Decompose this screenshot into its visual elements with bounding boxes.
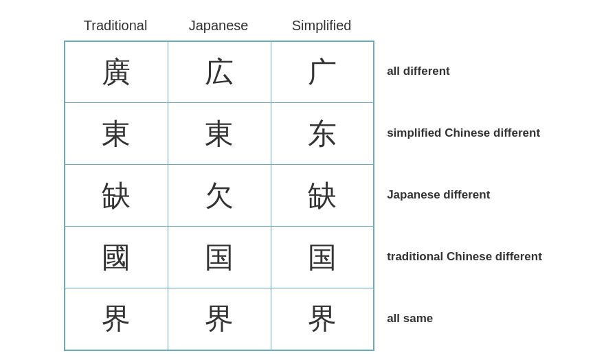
- table-row: 國国国: [65, 227, 374, 288]
- cell-simplified: 东: [271, 103, 374, 165]
- cell-japanese: 広: [168, 41, 271, 103]
- cell-traditional: 缺: [65, 165, 168, 227]
- row-label: all different: [387, 41, 542, 102]
- cell-japanese: 界: [168, 288, 271, 350]
- cell-traditional: 廣: [65, 41, 168, 103]
- row-label: traditional Chinese different: [387, 226, 542, 288]
- header-japanese: Japanese: [167, 14, 270, 38]
- cell-simplified: 界: [271, 288, 374, 350]
- column-headers: Traditional Japanese Simplified: [64, 14, 373, 38]
- row-label: Japanese different: [387, 164, 542, 226]
- cell-japanese: 東: [168, 103, 271, 165]
- row-labels: all differentsimplified Chinese differen…: [387, 41, 542, 350]
- table-row: 缺欠缺: [65, 165, 374, 227]
- cell-simplified: 缺: [271, 165, 374, 227]
- header-traditional: Traditional: [64, 14, 167, 38]
- cell-traditional: 東: [65, 103, 168, 165]
- row-label: all same: [387, 288, 542, 350]
- cell-simplified: 广: [271, 41, 374, 103]
- table-row: 界界界: [65, 288, 374, 350]
- cell-traditional: 國: [65, 227, 168, 288]
- cell-japanese: 国: [168, 227, 271, 288]
- cell-traditional: 界: [65, 288, 168, 350]
- cell-simplified: 国: [271, 227, 374, 288]
- header-simplified: Simplified: [270, 14, 373, 38]
- row-label: simplified Chinese different: [387, 102, 542, 164]
- table-row: 廣広广: [65, 41, 374, 103]
- character-table: 廣広广東東东缺欠缺國国国界界界: [64, 41, 374, 351]
- main-container: Traditional Japanese Simplified 廣広广東東东缺欠…: [36, 0, 570, 364]
- cell-japanese: 欠: [168, 165, 271, 227]
- table-row: 東東东: [65, 103, 374, 165]
- table-wrapper: 廣広广東東东缺欠缺國国国界界界 all differentsimplified …: [64, 41, 542, 351]
